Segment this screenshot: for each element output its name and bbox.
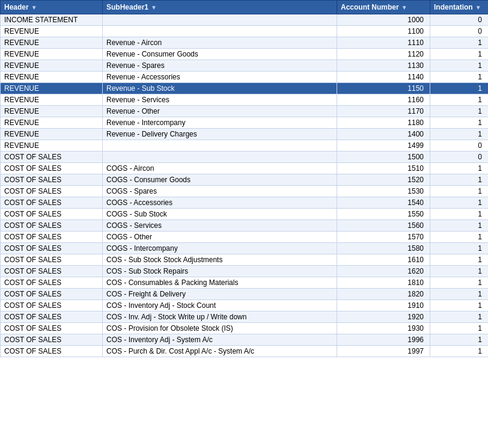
cell-indent: 1 — [430, 220, 489, 232]
table-row[interactable]: REVENUERevenue - Other11701 — [1, 106, 489, 117]
cell-header: COST OF SALES — [1, 197, 103, 209]
cell-header: COST OF SALES — [1, 186, 103, 197]
cell-header: COST OF SALES — [1, 243, 103, 254]
table-row[interactable]: COST OF SALESCOS - Provision for Obsolet… — [1, 323, 489, 334]
cell-indent: 1 — [430, 163, 489, 174]
filter-icon-subheader[interactable]: ▼ — [151, 4, 157, 11]
table-row[interactable]: COST OF SALESCOGS - Sub Stock15501 — [1, 209, 489, 220]
table-row[interactable]: COST OF SALESCOGS - Aircon15101 — [1, 163, 489, 174]
cell-subheader: COGS - Intercompany — [103, 243, 337, 254]
table-row[interactable]: REVENUERevenue - Intercompany11801 — [1, 117, 489, 129]
cell-indent: 1 — [430, 83, 489, 94]
cell-account: 1000 — [337, 14, 430, 26]
cell-subheader: COS - Inventory Adj - System A/c — [103, 334, 337, 346]
cell-subheader: Revenue - Delivery Charges — [103, 129, 337, 140]
cell-account: 1810 — [337, 277, 430, 289]
cell-subheader: COGS - Accessories — [103, 197, 337, 209]
table-row[interactable]: COST OF SALESCOGS - Consumer Goods15201 — [1, 174, 489, 186]
table-row[interactable]: COST OF SALESCOGS - Accessories15401 — [1, 197, 489, 209]
table-row[interactable]: COST OF SALESCOS - Inventory Adj - Syste… — [1, 334, 489, 346]
cell-account: 1550 — [337, 209, 430, 220]
table-row[interactable]: COST OF SALESCOGS - Other15701 — [1, 232, 489, 243]
cell-account: 1920 — [337, 311, 430, 323]
table-row[interactable]: REVENUE11000 — [1, 26, 489, 37]
cell-account: 1820 — [337, 289, 430, 300]
cell-header: COST OF SALES — [1, 323, 103, 334]
cell-indent: 0 — [430, 26, 489, 37]
table-row[interactable]: COST OF SALESCOS - Purch & Dir. Cost App… — [1, 346, 489, 357]
cell-subheader: COS - Inventory Adj - Stock Count — [103, 300, 337, 311]
table-row[interactable]: REVENUERevenue - Accessories11401 — [1, 72, 489, 83]
cell-subheader — [103, 140, 337, 152]
table-row[interactable]: COST OF SALESCOS - Sub Stock Stock Adjus… — [1, 254, 489, 266]
table-row[interactable]: COST OF SALESCOGS - Spares15301 — [1, 186, 489, 197]
cell-subheader: Revenue - Consumer Goods — [103, 49, 337, 60]
table-row[interactable]: COST OF SALESCOGS - Services15601 — [1, 220, 489, 232]
column-header-indent[interactable]: Indentation▼ — [430, 1, 489, 14]
table-body: INCOME STATEMENT10000REVENUE11000REVENUE… — [1, 14, 489, 357]
cell-subheader — [103, 152, 337, 163]
cell-indent: 1 — [430, 232, 489, 243]
cell-subheader: COS - Consumables & Packing Materials — [103, 277, 337, 289]
cell-subheader: COGS - Spares — [103, 186, 337, 197]
cell-subheader: Revenue - Other — [103, 106, 337, 117]
cell-header: COST OF SALES — [1, 163, 103, 174]
cell-indent: 0 — [430, 140, 489, 152]
cell-header: REVENUE — [1, 129, 103, 140]
table-row[interactable]: COST OF SALESCOGS - Intercompany15801 — [1, 243, 489, 254]
cell-header: COST OF SALES — [1, 289, 103, 300]
cell-indent: 1 — [430, 49, 489, 60]
cell-indent: 1 — [430, 346, 489, 357]
table-row[interactable]: REVENUERevenue - Sub Stock11501 — [1, 83, 489, 94]
cell-header: COST OF SALES — [1, 254, 103, 266]
cell-account: 1930 — [337, 323, 430, 334]
table-row[interactable]: INCOME STATEMENT10000 — [1, 14, 489, 26]
cell-subheader: Revenue - Aircon — [103, 37, 337, 49]
cell-subheader: COGS - Services — [103, 220, 337, 232]
cell-header: COST OF SALES — [1, 311, 103, 323]
cell-indent: 1 — [430, 300, 489, 311]
cell-subheader: COS - Freight & Delivery — [103, 289, 337, 300]
cell-indent: 1 — [430, 117, 489, 129]
cell-indent: 1 — [430, 72, 489, 83]
column-header-subheader[interactable]: SubHeader1▼ — [103, 1, 337, 14]
cell-subheader: COGS - Other — [103, 232, 337, 243]
cell-indent: 1 — [430, 254, 489, 266]
cell-header: COST OF SALES — [1, 300, 103, 311]
table-row[interactable]: REVENUE14990 — [1, 140, 489, 152]
filter-icon-account[interactable]: ▼ — [401, 4, 407, 11]
cell-header: COST OF SALES — [1, 209, 103, 220]
filter-icon-header[interactable]: ▼ — [31, 4, 37, 11]
table-row[interactable]: COST OF SALESCOS - Sub Stock Repairs1620… — [1, 266, 489, 277]
cell-header: REVENUE — [1, 26, 103, 37]
cell-header: COST OF SALES — [1, 174, 103, 186]
cell-account: 1540 — [337, 197, 430, 209]
column-header-header[interactable]: Header▼ — [1, 1, 103, 14]
cell-indent: 1 — [430, 60, 489, 72]
table-row[interactable]: COST OF SALESCOS - Freight & Delivery182… — [1, 289, 489, 300]
table-row[interactable]: REVENUERevenue - Services11601 — [1, 94, 489, 106]
table-row[interactable]: REVENUERevenue - Consumer Goods11201 — [1, 49, 489, 60]
table-row[interactable]: COST OF SALESCOS - Inventory Adj - Stock… — [1, 300, 489, 311]
table-row[interactable]: COST OF SALES15000 — [1, 152, 489, 163]
cell-indent: 1 — [430, 334, 489, 346]
table-row[interactable]: REVENUERevenue - Delivery Charges14001 — [1, 129, 489, 140]
cell-indent: 1 — [430, 197, 489, 209]
cell-subheader: COS - Purch & Dir. Cost Appl A/c - Syste… — [103, 346, 337, 357]
cell-subheader: COS - Inv. Adj - Stock Write up / Write … — [103, 311, 337, 323]
table-row[interactable]: REVENUERevenue - Spares11301 — [1, 60, 489, 72]
cell-indent: 1 — [430, 186, 489, 197]
filter-icon-indent[interactable]: ▼ — [475, 4, 481, 11]
cell-subheader — [103, 14, 337, 26]
cell-account: 1150 — [337, 83, 430, 94]
cell-account: 1910 — [337, 300, 430, 311]
table-row[interactable]: REVENUERevenue - Aircon11101 — [1, 37, 489, 49]
cell-subheader — [103, 26, 337, 37]
column-header-account[interactable]: Account Number▼ — [337, 1, 430, 14]
table-row[interactable]: COST OF SALESCOS - Consumables & Packing… — [1, 277, 489, 289]
cell-header: REVENUE — [1, 49, 103, 60]
table-row[interactable]: COST OF SALESCOS - Inv. Adj - Stock Writ… — [1, 311, 489, 323]
cell-indent: 1 — [430, 106, 489, 117]
cell-account: 1620 — [337, 266, 430, 277]
cell-account: 1996 — [337, 334, 430, 346]
